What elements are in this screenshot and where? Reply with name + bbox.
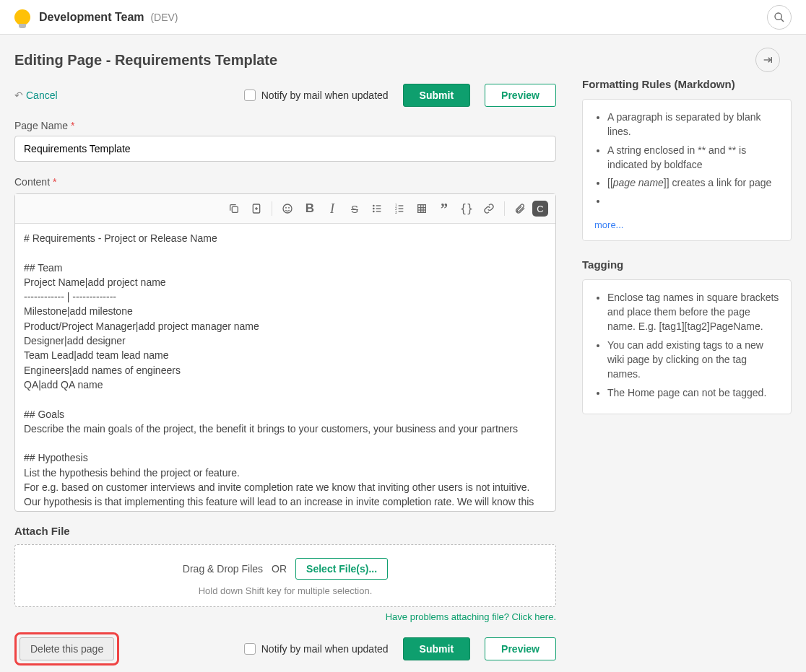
bottom-action-row: Delete this page Notify by mail when upd… [14,632,556,666]
toolbar-separator [504,201,505,216]
emoji-icon[interactable] [277,198,298,219]
formatting-card: A paragraph is separated by blank lines.… [582,99,792,241]
page-name-input[interactable] [14,136,556,162]
notify-checkbox-bottom[interactable] [244,643,256,655]
new-doc-icon[interactable] [246,198,266,219]
tagging-rule: The Home page can not be tagged. [607,385,779,400]
tagging-rules-list: Enclose tag names in square brackets and… [594,290,779,400]
tagging-rule: Enclose tag names in square brackets and… [607,290,779,334]
collapse-sidebar-button[interactable] [755,48,780,72]
bold-icon[interactable]: B [300,198,320,219]
svg-text:3: 3 [395,211,397,214]
more-link[interactable]: more... [594,219,623,230]
formatting-rule [607,193,779,208]
preview-toggle-icon[interactable]: C [532,201,548,217]
svg-point-10 [289,207,290,208]
dragdrop-label: Drag & Drop Files [183,563,263,575]
page-name-label: Page Name* [14,120,556,131]
attach-hint: Hold down Shift key for multiple selecti… [22,585,548,596]
toolbar-separator [272,201,272,216]
arrow-right-icon [762,54,774,66]
attach-heading: Attach File [14,525,556,537]
copy-icon[interactable] [224,198,244,219]
team-code: (DEV) [150,12,178,23]
code-block-icon[interactable]: {} [456,198,477,219]
svg-point-11 [373,205,374,206]
svg-line-1 [781,19,784,22]
page-title: Editing Page - Requirements Template [14,52,277,69]
lightbulb-icon [14,9,30,25]
attach-dropzone[interactable]: Drag & Drop Files OR Select File(s)... H… [14,544,556,607]
preview-button-top[interactable]: Preview [485,84,556,107]
top-bar-left: Development Team (DEV) [14,9,178,25]
select-files-button[interactable]: Select File(s)... [295,558,388,580]
delete-page-button[interactable]: Delete this page [20,637,114,660]
svg-point-9 [286,207,287,208]
cancel-link[interactable]: ↶ Cancel [14,90,58,101]
link-icon[interactable] [479,198,499,219]
notify-top: Notify by mail when updated Submit Previ… [244,84,556,107]
attach-problem-link[interactable]: Have problems attaching file? Click here… [14,611,556,622]
team-name: Development Team [39,11,144,23]
delete-highlight: Delete this page [14,632,119,666]
formatting-rule: [[page name]] creates a link for page [607,175,779,190]
search-button[interactable] [767,5,792,30]
numbered-list-icon[interactable]: 123 [389,198,410,219]
title-row: Editing Page - Requirements Template [14,48,780,72]
quote-icon[interactable]: ” [434,198,454,219]
formatting-heading: Formatting Rules (Markdown) [582,78,792,90]
content-label: Content* [14,176,556,188]
editor: B I S 123 ” {} [14,193,556,512]
formatting-rule: A string enclosed in ** and ** is indica… [607,143,779,173]
svg-point-8 [283,204,292,213]
table-icon[interactable] [412,198,432,219]
required-star: * [53,176,56,188]
preview-button-bottom[interactable]: Preview [485,637,556,660]
svg-point-0 [775,13,781,19]
or-label: OR [272,563,287,575]
strikethrough-icon[interactable]: S [344,198,365,219]
attach-row: Drag & Drop Files OR Select File(s)... [22,558,548,580]
submit-button-bottom[interactable]: Submit [403,637,470,660]
svg-rect-23 [418,205,426,213]
top-bar: Development Team (DEV) [0,0,806,35]
notify-label-top: Notify by mail when updated [261,90,389,101]
tagging-heading: Tagging [582,258,792,271]
notify-bottom: Notify by mail when updated Submit Previ… [244,637,556,660]
svg-point-13 [373,211,374,211]
bullet-list-icon[interactable] [367,198,387,219]
team-title: Development Team (DEV) [39,11,178,24]
formatting-rule: A paragraph is separated by blank lines. [607,110,779,139]
content-textarea[interactable] [15,224,555,509]
italic-icon[interactable]: I [322,198,342,219]
tagging-rule: You can add existing tags to a new wiki … [607,338,779,382]
tagging-card: Enclose tag names in square brackets and… [582,279,792,414]
editor-toolbar: B I S 123 ” {} [15,194,555,224]
search-icon [774,12,785,23]
notify-label-bottom: Notify by mail when updated [261,643,389,655]
required-star: * [71,120,74,131]
undo-icon: ↶ [14,90,23,101]
attachment-icon[interactable] [510,198,530,219]
top-action-row: ↶ Cancel Notify by mail when updated Sub… [14,84,556,107]
notify-checkbox-top[interactable] [244,90,256,101]
submit-button-top[interactable]: Submit [403,84,470,107]
svg-rect-4 [232,206,238,212]
formatting-rules-list: A paragraph is separated by blank lines.… [594,110,779,209]
svg-point-12 [373,208,374,209]
sidebar: Formatting Rules (Markdown) A paragraph … [582,78,792,432]
cancel-label: Cancel [26,90,58,101]
